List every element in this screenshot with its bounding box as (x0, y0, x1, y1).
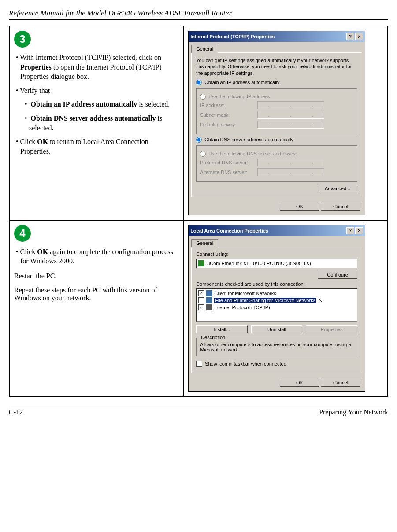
label-mask: Subnet mask: (200, 112, 257, 118)
checkbox-label: Show icon in taskbar when connected (205, 361, 286, 366)
description-heading: Description (199, 335, 227, 340)
text-bold: OK (37, 248, 48, 255)
text-bold: Obtain an IP address automatically (31, 100, 137, 108)
text-bold: OK (37, 138, 48, 145)
tcpip-titlebar[interactable]: Internet Protocol (TCP/IP) Properties ? … (189, 31, 365, 42)
help-button[interactable]: ? (346, 227, 354, 234)
list-item-label: Client for Microsoft Networks (214, 291, 276, 296)
radio-label: Obtain an IP address automatically (204, 80, 279, 85)
close-button[interactable]: × (355, 33, 363, 40)
text: • With Internet Protocol (TCP/IP) select… (16, 54, 161, 61)
lan-title: Local Area Connection Properties (190, 228, 345, 233)
list-item[interactable]: ✓ Client for Microsoft Networks (197, 290, 356, 297)
text: • (25, 115, 27, 122)
text-bold: Properties (20, 63, 52, 71)
description-group: Description Allows other computers to ac… (196, 338, 357, 356)
checkbox-icon[interactable] (198, 297, 204, 303)
step4-p2: Repeat these steps for each PC with this… (14, 286, 178, 302)
ok-button[interactable]: OK (280, 379, 319, 387)
step3-line5: • Click OK to return to Local Area Conne… (14, 137, 178, 156)
checkbox-icon[interactable] (196, 361, 202, 367)
radio-dns-auto-input[interactable] (196, 137, 202, 143)
step3-screenshot: Internet Protocol (TCP/IP) Properties ? … (183, 26, 388, 220)
text: is selected. (137, 100, 170, 108)
nic-text: 3Com EtherLink XL 10/100 PCI NIC (3C905-… (207, 261, 311, 266)
cancel-button[interactable]: Cancel (321, 203, 360, 211)
text: • Click (16, 248, 37, 255)
tcpip-dialog: Internet Protocol (TCP/IP) Properties ? … (188, 31, 365, 215)
group-ip-manual: Use the following IP address: IP address… (196, 88, 357, 134)
text-bold: Obtain DNS server address automatically (31, 115, 156, 122)
configure-button[interactable]: Configure (318, 271, 357, 279)
checkbox-icon[interactable]: ✓ (198, 290, 204, 296)
advanced-button[interactable]: Advanced... (318, 185, 357, 192)
radio-ip-manual-input[interactable] (200, 94, 206, 100)
group-dns-manual: Use the following DNS server addresses: … (196, 145, 357, 182)
help-button[interactable]: ? (346, 33, 354, 40)
label-ip: IP address: (200, 103, 257, 108)
step4-screenshot: Local Area Connection Properties ? × Gen… (183, 220, 388, 396)
input-dns2: ... (257, 168, 324, 176)
radio-ip-auto-input[interactable] (196, 80, 202, 85)
radio-dns-manual-input[interactable] (200, 151, 206, 157)
ok-button[interactable]: OK (280, 203, 319, 211)
input-gw: ... (257, 121, 324, 129)
footer-page-num: C-12 (9, 408, 23, 416)
step3-line1: • With Internet Protocol (TCP/IP) select… (14, 53, 178, 81)
doc-header: Reference Manual for the Model DG834G Wi… (9, 9, 388, 20)
input-ip: ... (257, 101, 324, 109)
install-button[interactable]: Install... (196, 325, 248, 333)
nic-display: 3Com EtherLink XL 10/100 PCI NIC (3C905-… (196, 259, 357, 268)
cancel-button[interactable]: Cancel (321, 379, 360, 387)
radio-label: Use the following DNS server addresses: (208, 151, 297, 156)
step4-badge: 4 (14, 225, 31, 242)
tcpip-title: Internet Protocol (TCP/IP) Properties (190, 34, 345, 39)
uninstall-button[interactable]: Uninstall (251, 325, 303, 333)
radio-dns-manual[interactable]: Use the following DNS server addresses: (200, 151, 353, 157)
cursor-icon: ↖ (318, 297, 323, 303)
input-dns1: ... (257, 159, 324, 166)
protocol-icon (206, 304, 212, 310)
components-list[interactable]: ✓ Client for Microsoft Networks File and… (196, 288, 357, 322)
step3-line4: • Obtain DNS server address automaticall… (14, 114, 178, 133)
show-icon-check[interactable]: Show icon in taskbar when connected (196, 361, 357, 367)
checkbox-icon[interactable]: ✓ (198, 304, 204, 310)
footer-section: Preparing Your Network (319, 408, 388, 416)
lan-titlebar[interactable]: Local Area Connection Properties ? × (189, 225, 365, 236)
radio-ip-manual[interactable]: Use the following IP address: (200, 94, 353, 100)
tab-general[interactable]: General (191, 45, 218, 53)
radio-label: Obtain DNS server address automatically (204, 137, 293, 142)
list-item-label-selected: File and Printer Sharing for Microsoft N… (214, 298, 316, 303)
text: • (25, 100, 27, 108)
properties-button[interactable]: Properties (306, 325, 357, 333)
share-icon (206, 297, 212, 303)
list-item-label: Internet Protocol (TCP/IP) (214, 305, 270, 310)
connect-using-label: Connect using: (196, 251, 357, 257)
step4-line1: • Click OK again to complete the configu… (14, 247, 178, 266)
step4-cell: 4 • Click OK again to complete the confi… (9, 220, 183, 396)
step3-cell: 3 • With Internet Protocol (TCP/IP) sele… (9, 26, 183, 220)
tab-general[interactable]: General (191, 239, 218, 247)
list-item[interactable]: File and Printer Sharing for Microsoft N… (197, 297, 356, 304)
step3-badge: 3 (14, 31, 31, 48)
radio-ip-auto[interactable]: Obtain an IP address automatically (196, 80, 357, 85)
input-mask: ... (257, 111, 324, 119)
step3-line2: • Verify that (14, 86, 178, 96)
text: • Click (16, 138, 37, 145)
label-dns1: Preferred DNS server: (200, 160, 257, 165)
client-icon (206, 290, 212, 296)
radio-dns-auto[interactable]: Obtain DNS server address automatically (196, 137, 357, 143)
instruction-table: 3 • With Internet Protocol (TCP/IP) sele… (9, 26, 388, 397)
description-text: Allows other computers to access resourc… (200, 342, 353, 352)
nic-icon (198, 260, 204, 266)
step4-p1: Restart the PC. (14, 272, 178, 280)
page-footer: C-12 Preparing Your Network (9, 406, 388, 416)
lan-dialog: Local Area Connection Properties ? × Gen… (188, 225, 365, 392)
radio-label: Use the following IP address: (208, 94, 271, 99)
tcpip-intro: You can get IP settings assigned automat… (196, 57, 357, 76)
close-button[interactable]: × (355, 227, 363, 234)
step3-line3: • Obtain an IP address automatically is … (14, 100, 178, 109)
label-dns2: Alternate DNS server: (200, 170, 257, 175)
components-label: Components checked are used by this conn… (196, 281, 357, 287)
list-item[interactable]: ✓ Internet Protocol (TCP/IP) (197, 304, 356, 311)
